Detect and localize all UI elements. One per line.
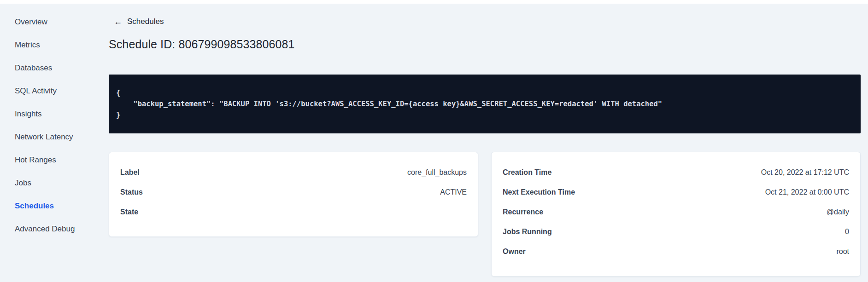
detail-row-next-execution-time: Next Execution Time Oct 21, 2022 at 0:00… — [503, 182, 849, 202]
detail-label: State — [120, 208, 138, 216]
detail-value: 0 — [845, 228, 849, 236]
detail-cards: Label core_full_backups Status ACTIVE St… — [109, 152, 861, 276]
back-to-schedules-link[interactable]: ← Schedules — [114, 17, 164, 27]
detail-row-creation-time: Creation Time Oct 20, 2022 at 17:12 UTC — [503, 162, 849, 182]
sidebar-item-jobs[interactable]: Jobs — [15, 178, 109, 188]
detail-label: Jobs Running — [503, 228, 552, 236]
detail-value: ACTIVE — [440, 188, 467, 196]
detail-value: root — [836, 247, 849, 256]
code-line: { — [116, 87, 853, 98]
detail-label: Next Execution Time — [503, 188, 575, 196]
arrow-left-icon: ← — [114, 17, 122, 26]
sidebar-item-databases[interactable]: Databases — [15, 63, 109, 73]
sidebar: Overview Metrics Databases SQL Activity … — [0, 4, 109, 282]
detail-row-label: Label core_full_backups — [120, 162, 467, 182]
detail-label: Owner — [503, 247, 526, 256]
code-line: "backup_statement": "BACKUP INTO 's3://b… — [116, 98, 853, 109]
sidebar-item-overview[interactable]: Overview — [15, 17, 109, 27]
detail-row-status: Status ACTIVE — [120, 182, 467, 202]
detail-value: Oct 21, 2022 at 0:00 UTC — [765, 188, 849, 196]
detail-label: Recurrence — [503, 208, 543, 216]
app-layout: Overview Metrics Databases SQL Activity … — [0, 4, 868, 282]
code-line: } — [116, 109, 853, 121]
code-block: { "backup_statement": "BACKUP INTO 's3:/… — [109, 75, 861, 133]
sidebar-item-hot-ranges[interactable]: Hot Ranges — [15, 155, 109, 165]
sidebar-item-advanced-debug[interactable]: Advanced Debug — [15, 224, 109, 234]
detail-label: Label — [120, 168, 140, 177]
detail-row-state: State — [120, 202, 467, 222]
detail-value: core_full_backups — [407, 168, 467, 177]
sidebar-item-network-latency[interactable]: Network Latency — [15, 132, 109, 142]
sidebar-item-metrics[interactable]: Metrics — [15, 40, 109, 50]
detail-value: Oct 20, 2022 at 17:12 UTC — [761, 168, 849, 177]
back-link-label: Schedules — [127, 17, 164, 26]
main-content: ← Schedules Schedule ID: 806799098533806… — [109, 4, 868, 282]
detail-row-jobs-running: Jobs Running 0 — [503, 222, 849, 242]
detail-row-owner: Owner root — [503, 242, 849, 261]
detail-row-recurrence: Recurrence @daily — [503, 202, 849, 222]
schedule-timing-card: Creation Time Oct 20, 2022 at 17:12 UTC … — [491, 152, 861, 276]
page-title: Schedule ID: 806799098533806081 — [109, 37, 861, 52]
sidebar-item-schedules[interactable]: Schedules — [15, 201, 109, 211]
top-strip — [0, 0, 868, 4]
schedule-summary-card: Label core_full_backups Status ACTIVE St… — [109, 152, 478, 237]
detail-label: Status — [120, 188, 143, 196]
detail-label: Creation Time — [503, 168, 551, 177]
detail-value: @daily — [827, 208, 849, 216]
sidebar-item-insights[interactable]: Insights — [15, 109, 109, 119]
sidebar-item-sql-activity[interactable]: SQL Activity — [15, 86, 109, 96]
